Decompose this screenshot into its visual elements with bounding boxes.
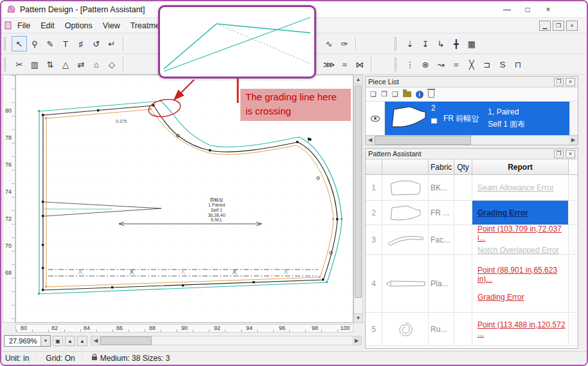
grade-corner-tool-button[interactable]: ↳	[433, 36, 449, 51]
canvas-vertical-scrollbar[interactable]: ▲ ▼	[353, 75, 363, 323]
fit-view-icon[interactable]: ▣	[53, 336, 63, 346]
size-up-icon[interactable]: ▲	[65, 336, 75, 346]
menu-options[interactable]: Options	[60, 19, 98, 32]
measure-tool-button[interactable]: ✎	[42, 36, 58, 51]
grade-point-tool-button[interactable]: ⇣	[402, 36, 418, 51]
piece-list-item[interactable]: 2 FR 前幅앞 1, Paired Self 1 面布	[385, 102, 569, 135]
piece-pair-info: 1, Paired	[488, 106, 525, 118]
zoom-combo[interactable]: 27.969% ▾	[4, 335, 51, 347]
scroll-right-icon[interactable]: ▶	[352, 336, 361, 345]
menu-view[interactable]: View	[98, 19, 125, 32]
curve-edit-tool-button[interactable]: ↝	[433, 57, 449, 72]
scroll-left-icon[interactable]: ◀	[366, 136, 375, 145]
paste-piece-icon[interactable]: ❏	[392, 90, 398, 98]
align-tool-button[interactable]: =	[449, 57, 464, 72]
bk-piece-thumbnail	[388, 178, 423, 197]
duplicate-piece-icon[interactable]: ❐	[381, 90, 388, 98]
grade-move-tool-button[interactable]: ╋	[449, 36, 464, 51]
toolbar-grip[interactable]	[395, 37, 398, 51]
horizontal-scroll-thumb[interactable]	[100, 336, 152, 345]
piece-list-scrollbar[interactable]: ◀ ▶	[366, 135, 578, 145]
menu-edit[interactable]: Edit	[35, 19, 60, 32]
cut-tool-button[interactable]: ✂	[12, 57, 27, 72]
close-panel-icon[interactable]: ×	[566, 78, 575, 86]
menu-file[interactable]: File	[12, 19, 35, 32]
text-tool-button[interactable]: T	[58, 36, 73, 51]
chevron-down-icon[interactable]: ▾	[40, 336, 50, 346]
box-tool-button[interactable]: ⊐	[479, 57, 495, 72]
toolbar-grip[interactable]	[4, 37, 8, 51]
select-tool-button[interactable]: ↖	[12, 36, 27, 51]
report-row-1[interactable]: 1 BK... Seam Allowance Error	[366, 175, 578, 201]
zoom-tool-button[interactable]: ⚲	[27, 36, 42, 51]
canvas-horizontal-scrollbar[interactable]: ◀ ▶	[91, 336, 362, 345]
mdi-minimize-button[interactable]: ▁	[539, 21, 551, 31]
dart-tool-button[interactable]: △	[58, 57, 73, 72]
scroll-down-icon[interactable]: ▼	[354, 313, 362, 322]
error-link[interactable]: Point (103.709 in,72.037 i...	[477, 224, 568, 242]
remove-point-tool-button[interactable]: ⊗	[418, 57, 433, 72]
scroll-right-icon[interactable]: ▶	[569, 136, 578, 145]
scroll-left-icon[interactable]: ◀	[91, 336, 100, 345]
toolbar-pattern-right-group: ⋮ ⊗ ↝ = ╳ ⊐ S ⊓	[395, 57, 526, 72]
vertical-scroll-thumb[interactable]	[355, 86, 362, 298]
error-link-selected[interactable]: Grading Error	[477, 208, 528, 217]
walk-tool-button[interactable]: ⋙	[321, 57, 337, 72]
error-link[interactable]: Point (113.488 in,120.572 ...	[477, 320, 568, 338]
qty-cell	[454, 225, 472, 255]
toolbar-pattern-left-group: ✂ ▥ ⇅ △ ⇄ ⌂ ◇	[4, 57, 127, 72]
folder-icon[interactable]	[403, 91, 411, 97]
eye-icon[interactable]	[371, 116, 380, 122]
piece-list-scroll-thumb[interactable]	[375, 136, 471, 145]
maximize-button[interactable]: □	[522, 5, 533, 14]
report-row-5[interactable]: 5 Ru... Point (113.488 in,120.572 ...	[366, 313, 578, 346]
mdi-restore-button[interactable]: ❐	[553, 21, 564, 31]
error-link[interactable]: Point (88.901 in,65.623 in)...	[477, 266, 568, 284]
column-header-fabric[interactable]: Fabric	[429, 160, 454, 175]
horizontal-scroll-track[interactable]	[152, 336, 352, 345]
column-header-report[interactable]: Report	[472, 160, 569, 175]
ruler-label: 92	[214, 325, 220, 331]
mirror-tool-button[interactable]: ◇	[104, 57, 120, 72]
pen-tool-button[interactable]: ✑	[337, 36, 352, 51]
toolbar-grip[interactable]	[395, 57, 398, 71]
copy-piece-icon[interactable]: ❏	[370, 90, 377, 98]
close-button[interactable]: ×	[543, 5, 553, 14]
pleat-tool-button[interactable]: ▥	[27, 57, 42, 72]
join-tool-button[interactable]: ⋈	[352, 57, 368, 72]
error-link[interactable]: Grading Error	[477, 293, 524, 302]
delete-tool-button[interactable]: ╳	[464, 57, 479, 72]
minimize-button[interactable]: —	[502, 5, 512, 14]
compare-tool-button[interactable]: ↵	[104, 36, 120, 51]
smooth-tool-button[interactable]: ≈	[337, 57, 352, 72]
cap-tool-button[interactable]: ⊓	[510, 57, 526, 72]
notch-edit-tool-button[interactable]: ⋮	[402, 57, 418, 72]
window-controls: — □ ×	[502, 1, 553, 18]
mdi-close-button[interactable]: ×	[566, 21, 578, 31]
trash-icon[interactable]	[428, 91, 434, 98]
report-row-3[interactable]: 3 Fac... Point (103.709 in,72.037 i... N…	[366, 225, 578, 255]
seam-tool-button[interactable]: S	[495, 57, 510, 72]
scroll-up-icon[interactable]: ▲	[354, 75, 362, 84]
float-panel-icon[interactable]: ❐	[554, 78, 564, 86]
move-tool-button[interactable]: ⇄	[73, 57, 89, 72]
toolbar-main-left-group: ↖ ⚲ ✎ T ♯ ↺ ↵	[4, 36, 127, 51]
rotate-tool-button[interactable]: ↺	[89, 36, 104, 51]
notch-tool-button[interactable]: ♯	[73, 36, 89, 51]
info-icon[interactable]	[416, 91, 423, 98]
float-panel-icon[interactable]: ❐	[554, 150, 564, 158]
close-panel-icon[interactable]: ×	[566, 150, 575, 158]
error-link[interactable]: Notch Overlapped Error	[477, 246, 559, 255]
report-row-4[interactable]: 4 Pla... Point (88.901 in,65.623 in)... …	[366, 255, 578, 313]
error-link[interactable]: Seam Allowance Error	[477, 183, 554, 192]
grade-table-tool-button[interactable]: ▦	[464, 36, 479, 51]
size-up2-icon[interactable]: ▲	[77, 336, 87, 346]
report-row-2[interactable]: 2 FR ... Grading Error	[366, 201, 578, 225]
column-header-qty[interactable]: Qty	[454, 160, 472, 175]
swap-tool-button[interactable]: ⇅	[42, 57, 58, 72]
curve-tool-button[interactable]: ∿	[321, 36, 337, 51]
grade-copy-tool-button[interactable]: ↧	[418, 36, 433, 51]
piece-list-scroll-track[interactable]	[471, 136, 569, 145]
shape-tool-button[interactable]: ⌂	[89, 57, 104, 72]
toolbar-grip[interactable]	[4, 57, 8, 71]
